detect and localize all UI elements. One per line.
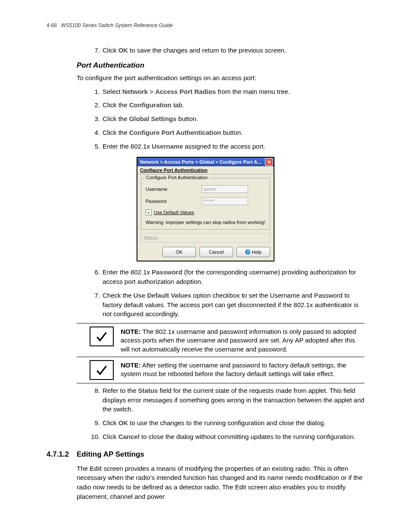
list-item: 2.Click the Configuration tab. bbox=[90, 100, 364, 110]
section-title: Editing AP Settings bbox=[77, 450, 144, 459]
fieldset-legend: Configure Port Authentication bbox=[145, 175, 209, 180]
port-auth-heading: Port Authentication bbox=[77, 61, 364, 70]
status-field: Status: bbox=[141, 233, 270, 243]
warning-text: Warning: improper settings can stop radi… bbox=[146, 220, 265, 225]
username-input[interactable] bbox=[202, 185, 248, 193]
list-item: 10.Click Cancel to close the dialog with… bbox=[90, 432, 364, 442]
help-button[interactable]: ? Help bbox=[237, 247, 270, 257]
dialog-title-text: Network > Access Ports > Global > Config… bbox=[140, 159, 261, 165]
fieldset: Configure Port Authentication Username P… bbox=[141, 178, 270, 230]
port-auth-intro: To configure the port authentication set… bbox=[77, 73, 364, 83]
dialog-subtitle: Configure Port Authentication bbox=[137, 166, 274, 174]
doc-title: WS5100 Series Switch System Reference Gu… bbox=[61, 22, 172, 28]
ok-button[interactable]: OK bbox=[162, 247, 196, 257]
config-port-auth-dialog: Network > Access Ports > Global > Config… bbox=[137, 157, 274, 261]
list-item: 9.Click OK to use the changes to the run… bbox=[90, 418, 364, 428]
page-header: 4-68 WS5100 Series Switch System Referen… bbox=[47, 22, 364, 28]
cancel-button[interactable]: Cancel bbox=[199, 247, 233, 257]
note-block: NOTE: The 802.1x username and password i… bbox=[77, 324, 364, 357]
default-values-checkbox[interactable]: ✓ Use Default Values bbox=[146, 209, 265, 215]
list-item: 8.Refer to the Status field for the curr… bbox=[90, 386, 364, 414]
list-item: 3.Click the Global Settings button. bbox=[90, 114, 364, 124]
note-block: NOTE: After setting the username and pas… bbox=[77, 357, 364, 383]
password-input[interactable] bbox=[202, 197, 248, 205]
page-number: 4-68 bbox=[47, 22, 57, 28]
username-label: Username bbox=[146, 187, 202, 192]
section-para: The Edit screen provides a means of modi… bbox=[77, 464, 364, 501]
help-icon: ? bbox=[245, 249, 250, 255]
list-item: 5.Enter the 802.1x Username assigned to … bbox=[90, 142, 364, 151]
list-item: 4.Click the Configure Port Authenticatio… bbox=[90, 128, 364, 137]
checkmark-icon bbox=[90, 360, 114, 380]
list-item: 1.Select Network > Access Port Radios fr… bbox=[90, 87, 364, 96]
dialog-titlebar: Network > Access Ports > Global > Config… bbox=[137, 158, 274, 166]
checkmark-icon bbox=[90, 327, 114, 346]
list-item: 7.Check the Use Default Values option ch… bbox=[90, 291, 364, 319]
section-number: 4.7.1.2 bbox=[47, 450, 77, 459]
list-item: 7. Click OK to save the changes and retu… bbox=[90, 46, 364, 55]
checkbox-icon: ✓ bbox=[146, 209, 152, 215]
list-item: 6.Enter the 802.1x Password (for the cor… bbox=[90, 268, 364, 286]
section-heading: 4.7.1.2 Editing AP Settings bbox=[47, 450, 364, 459]
password-label: Password bbox=[146, 199, 202, 204]
close-icon[interactable]: ✕ bbox=[265, 158, 273, 166]
